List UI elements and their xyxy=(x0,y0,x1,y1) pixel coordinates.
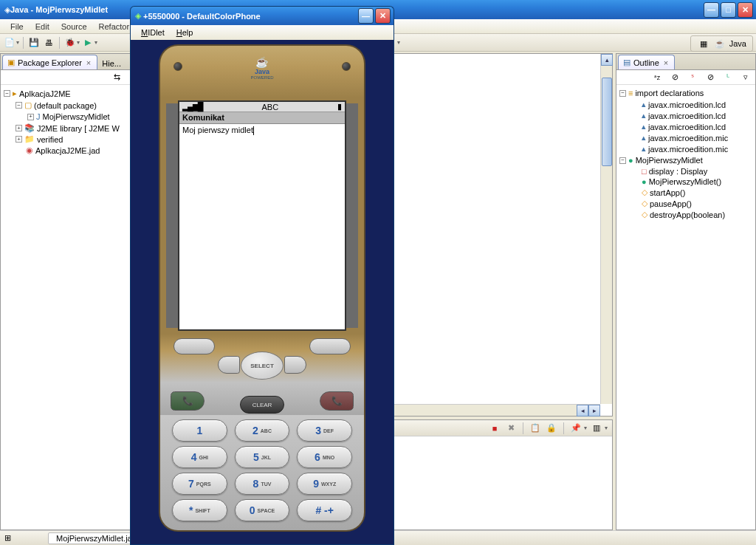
hangup-button[interactable]: 📞 xyxy=(320,391,354,411)
view-menu-icon[interactable]: ▿ xyxy=(739,71,752,84)
member-node[interactable]: ◇startApp() xyxy=(631,187,725,198)
collapse-all-button[interactable]: ⇆ xyxy=(110,71,123,84)
remove-launch-button[interactable]: ✖ xyxy=(504,422,518,435)
package-node[interactable]: −▢(default package) xyxy=(16,100,120,111)
dropdown-icon[interactable]: ▾ xyxy=(584,425,587,431)
scroll-right-icon[interactable]: ▸ xyxy=(588,405,600,417)
close-icon[interactable]: × xyxy=(662,58,670,67)
call-button[interactable]: 📞 xyxy=(171,391,205,411)
import-node[interactable]: ▴javax.microedition.lcd xyxy=(631,110,728,121)
clear-console-button[interactable]: 📋 xyxy=(529,422,542,435)
close-icon[interactable]: × xyxy=(85,58,92,67)
expand-icon[interactable]: + xyxy=(16,125,22,131)
hide-fields-button[interactable]: ⊘ xyxy=(668,71,681,84)
hide-nonpublic-button[interactable]: ⊘ xyxy=(704,71,717,84)
collapse-icon[interactable]: − xyxy=(16,102,22,109)
menu-refactor[interactable]: Refactor xyxy=(93,21,136,32)
sort-button[interactable]: ᵃz xyxy=(650,71,664,84)
tree-label: MojPierwszyMidlet xyxy=(43,112,110,121)
key-8[interactable]: 8TUV xyxy=(235,473,290,495)
new-button[interactable]: 📄 xyxy=(3,36,16,49)
display-console-button[interactable]: ▥ xyxy=(590,422,603,435)
import-node[interactable]: ▴javax.microedition.lcd xyxy=(631,121,728,132)
key-number: 1 xyxy=(196,425,202,436)
emulator-titlebar[interactable]: ◈ +5550000 - DefaultColorPhone — ✕ xyxy=(130,6,394,25)
menu-help[interactable]: Help xyxy=(171,27,199,38)
tree-label: startApp() xyxy=(650,188,685,197)
package-explorer-tab[interactable]: ▣ Package Explorer × xyxy=(2,55,97,69)
member-node[interactable]: ●MojPierwszyMidlet() xyxy=(631,176,725,187)
key-9[interactable]: 9WXYZ xyxy=(297,473,352,495)
terminate-button[interactable]: ■ xyxy=(488,422,501,435)
pin-console-button[interactable]: 📌 xyxy=(569,422,583,435)
menu-source[interactable]: Source xyxy=(55,21,93,32)
right-softkey[interactable] xyxy=(309,338,351,354)
separator xyxy=(523,422,523,434)
hide-static-button[interactable]: ˢ xyxy=(686,71,699,84)
hide-local-button[interactable]: ᴸ xyxy=(721,71,735,84)
perspective-label[interactable]: Java xyxy=(729,39,746,48)
key-3[interactable]: 3DEF xyxy=(297,419,352,442)
save-button[interactable]: 💾 xyxy=(27,36,41,49)
hierarchy-tab[interactable]: Hie... xyxy=(97,58,126,69)
key-*[interactable]: *SHIFT xyxy=(172,499,227,521)
scroll-left-icon[interactable]: ◂ xyxy=(577,405,588,417)
import-node[interactable]: ▴javax.microedition.mic xyxy=(631,132,728,143)
scroll-up-icon[interactable]: ▴ xyxy=(601,54,613,66)
java-perspective-icon: ☕ xyxy=(715,39,725,49)
expand-icon[interactable]: + xyxy=(16,136,22,143)
key-1[interactable]: 1 xyxy=(172,419,227,442)
clear-button[interactable]: CLEAR xyxy=(240,396,284,414)
library-node[interactable]: +📚J2ME library [ J2ME W xyxy=(16,123,120,134)
run-button[interactable]: ▶ xyxy=(81,36,94,49)
dropdown-icon[interactable]: ▾ xyxy=(605,425,608,431)
maximize-button[interactable]: □ xyxy=(721,2,736,18)
collapse-icon[interactable]: − xyxy=(4,90,10,97)
menu-edit[interactable]: Edit xyxy=(30,21,55,32)
minimize-button[interactable]: — xyxy=(704,2,719,18)
vertical-scrollbar[interactable]: ▴ xyxy=(600,54,612,404)
class-node[interactable]: −●MojPierwszyMidlet xyxy=(619,155,752,165)
import-node[interactable]: ▴javax.microedition.mic xyxy=(631,143,728,154)
collapse-icon[interactable]: − xyxy=(619,90,626,97)
tree-label: javax.microedition.lcd xyxy=(648,123,726,131)
expand-icon[interactable]: + xyxy=(27,114,34,120)
debug-dropdown-icon[interactable]: ▾ xyxy=(77,39,80,46)
jad-file-node[interactable]: ◉AplkacjaJ2ME.jad xyxy=(16,145,120,156)
open-perspective-button[interactable]: ▦ xyxy=(697,37,710,50)
left-softkey[interactable] xyxy=(173,338,215,354)
textbox-body[interactable]: Moj pierwszy midlet xyxy=(179,124,345,329)
menu-midlet[interactable]: MIDlet xyxy=(135,27,171,38)
import-node[interactable]: ▴javax.microedition.lcd xyxy=(631,99,728,110)
imports-node[interactable]: −≡import declarations xyxy=(619,88,752,98)
new-dropdown-icon[interactable]: ▾ xyxy=(16,39,19,46)
dropdown-icon[interactable]: ▾ xyxy=(397,39,400,46)
menu-file[interactable]: File xyxy=(4,21,30,32)
scrollbar-thumb[interactable] xyxy=(602,78,612,166)
print-button[interactable]: 🖶 xyxy=(42,36,55,49)
key-5[interactable]: 5JKL xyxy=(235,446,290,468)
key-# -+[interactable]: # -+ xyxy=(297,499,352,521)
member-node[interactable]: □display : Display xyxy=(631,166,725,176)
select-button[interactable]: SELECT xyxy=(241,352,284,380)
key-6[interactable]: 6MNO xyxy=(297,446,352,468)
folder-node[interactable]: +📁verified xyxy=(16,134,120,145)
key-4[interactable]: 4GHI xyxy=(172,446,227,468)
member-node[interactable]: ◇pauseApp() xyxy=(631,198,725,209)
key-7[interactable]: 7PQRS xyxy=(172,473,227,495)
java-file-node[interactable]: +JMojPierwszyMidlet xyxy=(27,112,110,122)
outline-tab[interactable]: ▤ Outline × xyxy=(618,55,675,69)
collapse-icon[interactable]: − xyxy=(619,157,626,164)
key-0[interactable]: 0SPACE xyxy=(235,499,290,521)
minimize-button[interactable]: — xyxy=(358,8,374,24)
run-dropdown-icon[interactable]: ▾ xyxy=(94,39,97,46)
member-node[interactable]: ◇destroyApp(boolean) xyxy=(631,209,725,220)
debug-button[interactable]: 🐞 xyxy=(63,36,77,49)
close-button[interactable]: ✕ xyxy=(375,8,391,24)
dpad-left[interactable] xyxy=(218,356,240,374)
status-icon: ⊞ xyxy=(4,533,11,543)
scroll-lock-button[interactable]: 🔒 xyxy=(545,422,558,435)
dpad-right[interactable] xyxy=(284,356,306,374)
close-button[interactable]: ✕ xyxy=(738,2,753,18)
key-2[interactable]: 2ABC xyxy=(235,419,290,442)
